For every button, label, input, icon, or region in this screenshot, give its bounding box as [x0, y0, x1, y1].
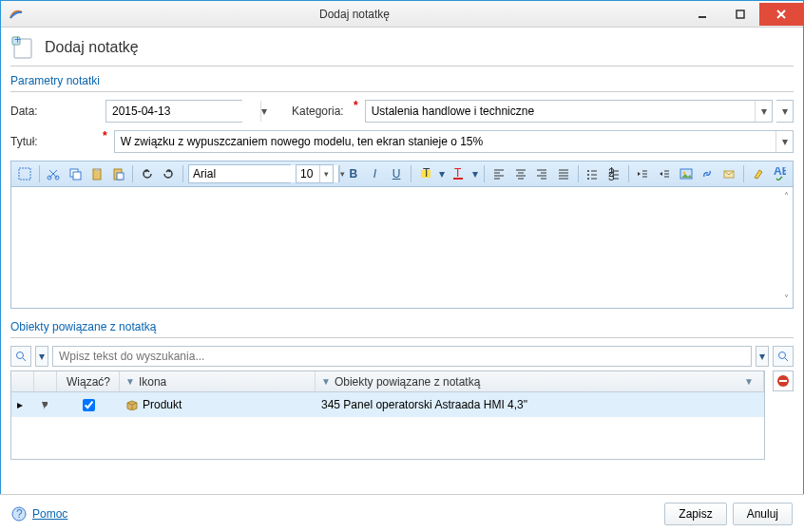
page-title: Dodaj notatkę: [45, 39, 139, 56]
chevron-down-icon[interactable]: ▾: [319, 165, 333, 182]
richtext-editor[interactable]: ˄ ˅: [10, 187, 794, 309]
svg-rect-63: [779, 380, 787, 382]
align-right-icon[interactable]: [532, 163, 551, 184]
svg-text:T: T: [423, 167, 431, 180]
category-combo[interactable]: ▾: [365, 100, 773, 123]
table-row[interactable]: ▸ Produkt 345 Panel operatorski Astraada…: [11, 392, 764, 417]
search-options-icon[interactable]: ▾: [756, 346, 769, 367]
chevron-down-icon[interactable]: ▾: [775, 131, 793, 152]
chevron-down-icon[interactable]: ▾: [755, 101, 772, 122]
font-size-combo[interactable]: ▾: [296, 164, 334, 183]
paste-icon[interactable]: [87, 163, 106, 184]
attachment-icon[interactable]: [719, 163, 738, 184]
search-input[interactable]: [52, 346, 752, 367]
highlight-dropdown-icon[interactable]: ▾: [437, 163, 446, 184]
svg-text:+: +: [14, 35, 21, 47]
redo-icon[interactable]: [160, 163, 179, 184]
svg-rect-7: [19, 168, 30, 180]
paste-special-icon[interactable]: [108, 163, 127, 184]
select-all-icon[interactable]: [15, 163, 34, 184]
cut-icon[interactable]: [45, 163, 64, 184]
date-combo[interactable]: ▾: [105, 100, 242, 123]
section-links-label: Obiekty powiązane z notatką: [10, 318, 794, 338]
svg-rect-11: [73, 172, 81, 180]
bold-icon[interactable]: B: [344, 163, 363, 184]
title-combo[interactable]: ▾: [114, 130, 794, 153]
font-color-icon[interactable]: T: [449, 163, 468, 184]
title-input[interactable]: [115, 131, 775, 152]
spellcheck-icon[interactable]: ABC: [770, 163, 789, 184]
italic-icon[interactable]: I: [366, 163, 385, 184]
col-icon[interactable]: ▼Ikona: [120, 371, 316, 391]
svg-text:?: ?: [16, 507, 23, 521]
minimize-button[interactable]: [683, 3, 721, 26]
search-dropdown-icon[interactable]: ▾: [35, 346, 48, 367]
align-left-icon[interactable]: [489, 163, 508, 184]
col-bind[interactable]: Wiązać?: [57, 371, 120, 391]
category-label: Kategoria:: [292, 104, 353, 118]
undo-icon[interactable]: [138, 163, 157, 184]
help-icon[interactable]: ?: [11, 506, 27, 522]
titlebar: Dodaj notatkę: [1, 1, 803, 28]
search-go-icon[interactable]: [773, 346, 794, 367]
align-justify-icon[interactable]: [554, 163, 573, 184]
footer: ? Pomoc Zapisz Anuluj: [0, 494, 804, 532]
close-button[interactable]: [759, 3, 803, 26]
svg-point-58: [17, 352, 24, 359]
svg-rect-19: [453, 178, 463, 180]
help-link[interactable]: Pomoc: [32, 507, 67, 521]
row-indicator-icon: ▸: [11, 398, 34, 411]
svg-rect-13: [95, 168, 99, 171]
app-icon: [7, 5, 26, 24]
required-star-icon: *: [354, 99, 358, 112]
save-button[interactable]: Zapisz: [664, 503, 726, 525]
filter-icon[interactable]: ▼: [321, 376, 331, 387]
linked-objects-grid: Wiązać? ▼Ikona ▼Obiekty powiązane z nota…: [10, 370, 765, 460]
scroll-up-icon[interactable]: ˄: [784, 191, 789, 201]
filter-icon[interactable]: ▼: [744, 376, 754, 387]
section-params-label: Parametry notatki: [10, 72, 794, 92]
bullet-list-icon[interactable]: [584, 163, 603, 184]
chevron-down-icon[interactable]: ▾: [260, 101, 267, 122]
highlight-icon[interactable]: T: [416, 163, 435, 184]
col-pin: [34, 371, 57, 391]
scroll-down-icon[interactable]: ˅: [784, 294, 789, 304]
category-input[interactable]: [366, 101, 755, 122]
font-color-dropdown-icon[interactable]: ▾: [470, 163, 479, 184]
outdent-icon[interactable]: [634, 163, 653, 184]
font-name-combo[interactable]: ▾: [188, 164, 291, 183]
delete-row-button[interactable]: [773, 370, 794, 391]
underline-icon[interactable]: U: [387, 163, 406, 184]
col-obj[interactable]: ▼Obiekty powiązane z notatką▼: [316, 371, 764, 391]
link-icon[interactable]: [699, 163, 718, 184]
title-label: Tytuł:: [10, 135, 102, 148]
indent-icon[interactable]: [655, 163, 674, 184]
filter-icon[interactable]: ▼: [125, 376, 135, 387]
copy-icon[interactable]: [66, 163, 85, 184]
align-center-icon[interactable]: [511, 163, 530, 184]
svg-point-60: [779, 352, 786, 359]
svg-line-61: [785, 358, 788, 361]
font-size-input[interactable]: [297, 165, 319, 182]
category-extra-button[interactable]: ▾: [776, 100, 794, 123]
date-input[interactable]: [106, 101, 260, 122]
svg-point-40: [587, 178, 589, 180]
cancel-button[interactable]: Anuluj: [733, 503, 793, 525]
col-handle: [11, 371, 34, 391]
svg-rect-1: [737, 10, 744, 18]
pin-icon[interactable]: [34, 400, 57, 409]
svg-point-38: [587, 174, 589, 176]
note-icon: +: [10, 35, 35, 60]
insert-image-icon[interactable]: [677, 163, 696, 184]
maximize-button[interactable]: [721, 3, 759, 26]
svg-line-59: [23, 358, 26, 361]
search-icon[interactable]: [10, 346, 31, 367]
svg-point-36: [587, 170, 589, 172]
bind-checkbox[interactable]: [83, 399, 95, 411]
window-title: Dodaj notatkę: [26, 8, 683, 21]
richtext-toolbar: ▾ ▾ B I U T ▾ T ▾ 123 ABC: [10, 161, 794, 187]
box-icon: [125, 399, 139, 410]
number-list-icon[interactable]: 123: [604, 163, 623, 184]
clear-format-icon[interactable]: [749, 163, 768, 184]
svg-text:ABC: ABC: [774, 167, 786, 178]
